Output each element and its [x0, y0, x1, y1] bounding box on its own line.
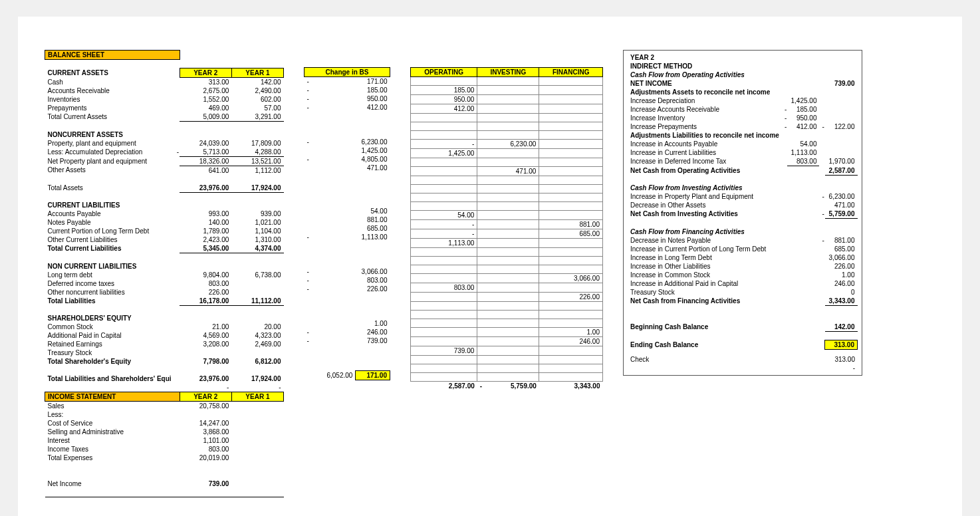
- cell-value: 185.00: [411, 85, 477, 94]
- cell-value: 246.00: [825, 279, 858, 288]
- table-row: Increase Depreciation: [628, 96, 782, 105]
- cell-value: [539, 355, 603, 364]
- table-row: Increase in Long Term Debt: [628, 253, 782, 262]
- section-title: Cash Flow from Operating Activities: [628, 70, 858, 79]
- cell-value: [539, 364, 603, 372]
- table-row: Increase in Other Liabilities: [628, 262, 782, 271]
- cell-value: 54.00: [787, 140, 820, 148]
- cell-value: [787, 131, 820, 140]
- cell-value: [411, 327, 477, 336]
- table-row: Increase in Common Stock: [628, 271, 782, 279]
- cell-value: [477, 219, 539, 229]
- cell-value: [539, 283, 603, 292]
- activity-total: -5,759.00: [477, 381, 539, 390]
- cell-value: 54.00: [356, 207, 390, 215]
- cell-value: 185.00: [787, 105, 820, 114]
- cell-value: [787, 166, 820, 176]
- total-liab-eq-label: Total Liabilities and Shareholders' Equi: [45, 374, 174, 383]
- cell-value: 226.00: [356, 285, 390, 293]
- check-dash: -: [798, 364, 858, 372]
- cell-value: [539, 85, 603, 94]
- check-val: 313.00: [798, 355, 858, 364]
- table-row: Cost of Service: [45, 419, 174, 428]
- cell-value: [539, 158, 603, 166]
- cell-value: [411, 292, 477, 301]
- cell-value: [477, 265, 539, 273]
- cell-value: 1,425.00: [356, 146, 390, 155]
- cell-value: 6,230.00: [825, 192, 858, 201]
- section-title: Cash Flow from Financing Activities: [628, 227, 858, 236]
- cell-value: 950.00: [787, 114, 820, 122]
- cell-value: 5,759.00: [825, 209, 858, 219]
- cell-value: 471.00: [356, 164, 390, 172]
- cell-value: 685.00: [539, 229, 603, 238]
- cell-value: 6,230.00: [356, 138, 390, 146]
- activity-table: OPERATING INVESTING FINANCING 185.00950.…: [410, 50, 603, 390]
- is-year2: YEAR 2: [180, 392, 231, 402]
- table-row: Interest: [45, 436, 174, 445]
- cell-value: [356, 311, 390, 319]
- cell-value: [477, 238, 539, 247]
- cell-value: [477, 229, 539, 238]
- cell-value: 2,423.00: [180, 235, 231, 244]
- cell-value: [477, 301, 539, 310]
- cell-value: [411, 113, 477, 122]
- table-row: Increase in Accounts Payable: [628, 140, 782, 148]
- cell-value: [477, 372, 539, 381]
- cell-value: [539, 122, 603, 130]
- cell-value: 3,066.00: [356, 267, 390, 276]
- financing-hdr: FINANCING: [539, 67, 603, 76]
- cell-value: 0: [825, 288, 858, 297]
- cell-value: [411, 122, 477, 130]
- cell-value: [539, 201, 603, 210]
- cell-value: [539, 113, 603, 122]
- current-liab-hdr: CURRENT LIABILITIES: [45, 201, 174, 209]
- cell-value: [356, 362, 390, 371]
- cell-value: [787, 279, 820, 288]
- cell-value: [411, 76, 477, 85]
- table-row: Decrease in Notes Payable: [628, 236, 782, 245]
- table-row: Other Assets: [45, 166, 174, 175]
- cell-value: [477, 283, 539, 292]
- begin-cash-label: Beginning Cash Balance: [628, 322, 782, 332]
- cell-value: [477, 364, 539, 372]
- cell-value: [539, 166, 603, 176]
- cell-value: [411, 130, 477, 139]
- cell-value: 3,868.00: [180, 428, 231, 436]
- table-row: Cash: [45, 78, 174, 87]
- activity-total: 2,587.00: [411, 381, 477, 390]
- table-row: Increase in Current Portion of Long Term…: [628, 245, 782, 253]
- balance-sheet-table: BALANCE SHEET CURRENT ASSETS YEAR 2 YEAR…: [45, 50, 284, 497]
- cell-value: [825, 105, 858, 114]
- cell-value: [539, 76, 603, 85]
- cell-value: 1,789.00: [180, 227, 231, 235]
- indirect-table: YEAR 2 INDIRECT METHOD Cash Flow from Op…: [628, 53, 858, 350]
- cell-value: [539, 265, 603, 273]
- cell-value: 4,569.00: [180, 331, 231, 340]
- cell-value: 1,101.00: [180, 436, 231, 445]
- cell-value: [539, 256, 603, 265]
- cell-value: [477, 76, 539, 85]
- cell-value: 1,425.00: [787, 96, 820, 105]
- table-row: Decrease in Other Assets: [628, 201, 782, 209]
- year2-hdr: YEAR 2: [180, 68, 231, 78]
- cell-value: [539, 301, 603, 310]
- cell-value: [411, 158, 477, 166]
- cell-value: [180, 410, 231, 419]
- cell-value: [477, 130, 539, 139]
- cell-value: 803.00: [180, 279, 231, 288]
- cell-value: 950.00: [411, 94, 477, 104]
- cell-value: [787, 288, 820, 297]
- cell-value: [411, 273, 477, 283]
- cell-value: [477, 327, 539, 336]
- table-row: Increase in Property Plant and Equipment: [628, 192, 782, 201]
- cell-value: -: [411, 229, 477, 238]
- cell-value: 13,521.00: [231, 156, 283, 166]
- cell-value: 142.00: [231, 78, 283, 87]
- end-cash-label: Ending Cash Balance: [628, 340, 782, 350]
- cell-value: [477, 176, 539, 184]
- table-row: NET INCOME: [628, 79, 782, 88]
- cell-value: [411, 256, 477, 265]
- cell-value: 3,066.00: [539, 273, 603, 283]
- cell-value: [539, 210, 603, 219]
